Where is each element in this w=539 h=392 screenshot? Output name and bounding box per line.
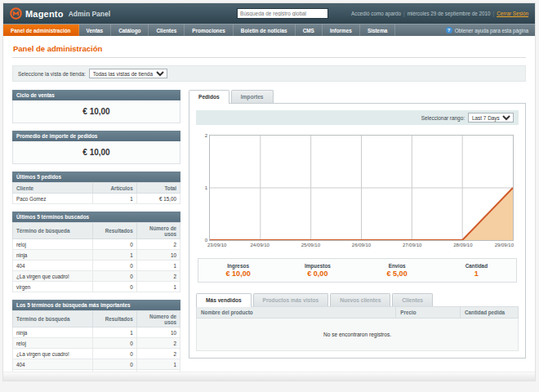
chart-plot-area: 012 bbox=[209, 135, 514, 241]
table-row: reloj02 bbox=[13, 338, 180, 349]
current-date: miércoles 29 de septiembre de 2010 bbox=[408, 11, 491, 16]
col-header: Término de búsqueda bbox=[13, 311, 93, 327]
dashboard-panel: Seleccionar rango: Last 7 Days 012 23/09… bbox=[189, 103, 526, 359]
lifetime-sales-title: Ciclo de ventas bbox=[12, 90, 180, 100]
header-user-area: Accedió como apardo | miércoles 29 de se… bbox=[351, 11, 528, 16]
orders-chart: 012 23/09/1024/09/1025/09/1026/09/1027/0… bbox=[209, 135, 514, 250]
col-header: Término de búsqueda bbox=[13, 223, 93, 239]
tab-orders[interactable]: Pedidos bbox=[189, 90, 229, 104]
separator: | bbox=[403, 11, 405, 16]
x-axis-tick: 26/09/10 bbox=[352, 243, 371, 247]
last-search-terms-table: Término de búsqueda Resultados Número de… bbox=[12, 222, 180, 292]
chart-tabs: Pedidos Importes bbox=[189, 90, 526, 103]
stat-revenue: Ingresos € 10,00 bbox=[198, 263, 278, 278]
last-orders-title: Últimos 5 pedidos bbox=[12, 172, 180, 182]
help-icon: ? bbox=[446, 27, 452, 33]
logout-link[interactable]: Cerrar Sesión bbox=[497, 11, 528, 16]
nav-item-promotions[interactable]: Promociones bbox=[185, 24, 234, 36]
stat-tax: Impuestos € 0,00 bbox=[278, 263, 357, 278]
nav-item-newsletter[interactable]: Boletín de noticias bbox=[234, 24, 296, 36]
y-axis-tick: 0 bbox=[199, 238, 207, 243]
col-header: Resultados bbox=[93, 223, 136, 239]
products-tabs: Más vendidos Productos más vistos Nuevos… bbox=[196, 293, 519, 306]
table-row: virgen01 bbox=[13, 282, 180, 292]
col-header: Artículos bbox=[93, 183, 136, 194]
lifetime-sales-value: € 10,00 bbox=[12, 100, 180, 123]
table-row: ninja110 bbox=[13, 327, 180, 338]
average-order-box: Promedio de importe de pedidos € 10,00 bbox=[12, 131, 180, 164]
stat-value: € 5,00 bbox=[358, 270, 437, 278]
tab-customers[interactable]: Clientes bbox=[392, 293, 433, 306]
stat-shipping: Envíos € 5,00 bbox=[358, 263, 437, 278]
top-search-terms-title: Los 5 términos de búsqueda más important… bbox=[12, 300, 180, 310]
tab-bestsellers[interactable]: Más vendidos bbox=[196, 293, 252, 307]
range-select[interactable]: Last 7 Days bbox=[468, 113, 514, 122]
last-search-terms-title: Últimos 5 términos buscados bbox=[12, 212, 180, 222]
totals-bar: Ingresos € 10,00 Impuestos € 0,00 Envíos… bbox=[198, 258, 517, 283]
table-row: reloj02 bbox=[13, 239, 180, 250]
empty-grid-message: No se encontraron registros. bbox=[197, 318, 519, 351]
table-row: 40401 bbox=[13, 261, 180, 271]
x-axis-tick: 28/09/10 bbox=[453, 243, 472, 247]
stat-value: 1 bbox=[437, 270, 516, 278]
last-orders-box: Últimos 5 pedidos Cliente Artículos Tota… bbox=[12, 172, 180, 204]
store-view-label: Seleccione la vista de tienda: bbox=[18, 71, 86, 77]
stat-quantity: Cantidad 1 bbox=[437, 263, 516, 278]
get-help-link[interactable]: ? Obtener ayuda para esta página bbox=[446, 24, 535, 36]
range-bar: Seleccionar rango: Last 7 Days bbox=[196, 110, 519, 125]
average-order-title: Promedio de importe de pedidos bbox=[12, 131, 180, 141]
header-bar: Magento Admin Panel Accedió como apardo … bbox=[3, 3, 535, 24]
page-title: Panel de administración bbox=[12, 36, 526, 58]
app-window: Magento Admin Panel Accedió como apardo … bbox=[2, 2, 536, 381]
col-header: Resultados bbox=[93, 311, 136, 327]
y-axis-tick: 1 bbox=[199, 185, 207, 190]
global-search-input[interactable] bbox=[237, 8, 328, 19]
col-header-qty: Cantidad pedida bbox=[461, 307, 519, 318]
top-search-terms-box: Los 5 términos de búsqueda más important… bbox=[12, 300, 180, 381]
nav-item-sales[interactable]: Ventas bbox=[79, 24, 112, 36]
stat-label: Envíos bbox=[358, 263, 437, 269]
table-row: 40401 bbox=[13, 359, 180, 370]
nav-item-customers[interactable]: Clientes bbox=[149, 24, 185, 36]
lifetime-sales-box: Ciclo de ventas € 10,00 bbox=[12, 90, 180, 123]
main-nav: Panel de administración Ventas Catálogo … bbox=[3, 24, 535, 36]
x-axis-tick: 27/09/10 bbox=[403, 243, 421, 247]
nav-item-cms[interactable]: CMS bbox=[296, 24, 323, 36]
magento-logo-icon bbox=[10, 7, 22, 20]
bottom-strip bbox=[3, 372, 535, 381]
x-axis-tick: 29/09/10 bbox=[495, 243, 514, 247]
table-row: Paco Gomez1€ 15,00 bbox=[13, 194, 180, 204]
magento-logo: Magento Admin Panel bbox=[10, 7, 110, 20]
last-search-terms-box: Últimos 5 términos buscados Término de b… bbox=[12, 212, 180, 292]
chart-x-axis-labels: 23/09/1024/09/1025/09/1026/09/1027/09/10… bbox=[209, 243, 514, 250]
help-label: Obtener ayuda para esta página bbox=[455, 28, 528, 33]
tab-most-viewed[interactable]: Productos más vistos bbox=[253, 293, 329, 306]
col-header: Número de usos bbox=[136, 311, 180, 327]
stat-value: € 10,00 bbox=[198, 270, 278, 278]
nav-item-dashboard[interactable]: Panel de administración bbox=[3, 24, 79, 36]
tab-amounts[interactable]: Importes bbox=[231, 90, 274, 103]
x-axis-tick: 23/09/10 bbox=[207, 243, 226, 247]
col-header: Cliente bbox=[13, 183, 93, 194]
table-row: ¿La virgen que cuadro!02 bbox=[13, 349, 180, 359]
page-content: Panel de administración Seleccione la vi… bbox=[3, 36, 535, 392]
stat-label: Ingresos bbox=[198, 263, 278, 269]
dashboard-left-column: Ciclo de ventas € 10,00 Promedio de impo… bbox=[12, 90, 180, 388]
table-row: ¿La virgen que cuadro!02 bbox=[13, 271, 180, 282]
col-header-price: Precio bbox=[396, 307, 461, 318]
separator: | bbox=[493, 11, 495, 16]
store-view-select[interactable]: Todas las vistas de tienda bbox=[89, 69, 167, 78]
col-header-product: Nombre del producto bbox=[197, 307, 396, 318]
store-view-switcher: Seleccione la vista de tienda: Todas las… bbox=[12, 65, 526, 82]
stat-label: Cantidad bbox=[437, 263, 516, 269]
logo-name: Magento bbox=[25, 9, 64, 19]
dashboard-right-column: Pedidos Importes Seleccionar rango: Last… bbox=[189, 90, 526, 359]
average-order-value: € 10,00 bbox=[12, 141, 180, 164]
tab-new-customers[interactable]: Nuevos clientes bbox=[330, 293, 390, 306]
range-label: Seleccionar rango: bbox=[421, 115, 465, 121]
nav-item-reports[interactable]: Informes bbox=[323, 24, 360, 36]
bestsellers-grid: Nombre del producto Precio Cantidad pedi… bbox=[196, 306, 519, 351]
nav-item-system[interactable]: Sistema bbox=[360, 24, 396, 36]
x-axis-tick: 25/09/10 bbox=[301, 243, 320, 247]
nav-item-catalog[interactable]: Catálogo bbox=[111, 24, 149, 36]
